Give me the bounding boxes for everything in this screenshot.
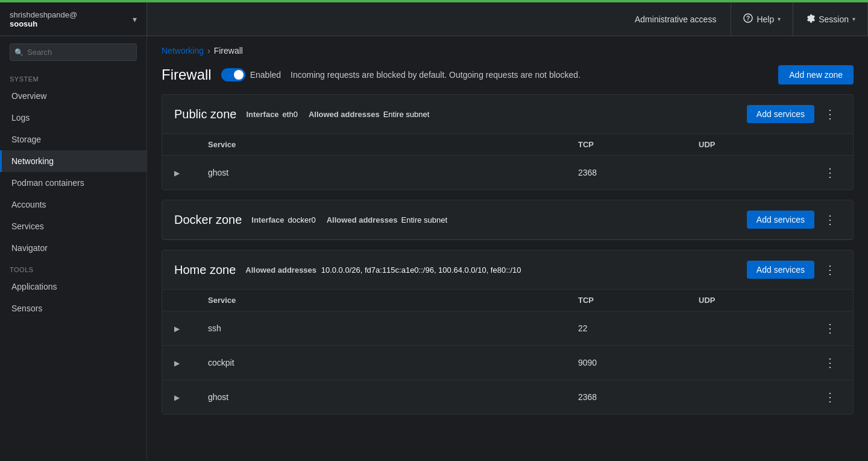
public-col-actions [807,134,853,156]
sidebar-item-networking[interactable]: Networking [0,150,146,172]
public-zone-actions: Add services ⋮ [747,104,841,124]
sidebar-item-applications[interactable]: Applications [0,276,146,297]
sidebar-item-sensors[interactable]: Sensors [0,297,146,319]
home-table-header-row: Service TCP UDP [162,290,853,311]
docker-interface-label: Interface [251,215,284,224]
sidebar-item-overview[interactable]: Overview [0,85,146,107]
admin-access-label: Administrative access [620,2,731,36]
home-zone-title: Home zone [174,263,236,277]
sidebar: 🔍 System Overview Logs Storage Networkin… [0,36,147,461]
home-more-button[interactable]: ⋮ [819,260,841,279]
help-label: Help [756,14,774,24]
home-col-tcp: TCP [566,290,687,311]
system-section-label: System [0,68,146,85]
search-input[interactable] [10,43,137,61]
public-zone-table: Service TCP UDP ▶ ghost 2368 ⋮ [162,134,853,189]
public-col-expand [162,134,196,156]
public-zone-header: Public zone Interface eth0 Allowed addre… [162,95,853,134]
main-content: Networking › Firewall Firewall Enabled I… [147,36,868,461]
topbar: shrishdeshpande@ soosuh ▾ Administrative… [0,2,868,36]
home-ghost-service: ghost [196,380,566,415]
home-ssh-udp [687,311,807,346]
public-ghost-expand-icon[interactable]: ▶ [174,169,184,177]
docker-allowed-value: Entire subnet [401,215,448,224]
sidebar-item-storage[interactable]: Storage [0,129,146,150]
search-container: 🔍 [0,36,146,68]
home-add-services-button[interactable]: Add services [747,261,814,279]
public-table-header-row: Service TCP UDP [162,134,853,156]
docker-zone-actions: Add services ⋮ [747,210,841,229]
public-zone-card: Public zone Interface eth0 Allowed addre… [162,94,854,190]
public-ghost-more-button[interactable]: ⋮ [819,163,841,182]
home-cockpit-expand-icon[interactable]: ▶ [174,359,184,367]
username: shrishdeshpande@ [10,10,77,19]
hostname: soosuh [10,19,77,28]
firewall-toggle[interactable] [221,68,245,81]
docker-zone-header: Docker zone Interface docker0 Allowed ad… [162,200,853,240]
public-col-tcp: TCP [566,134,687,156]
breadcrumb-separator: › [207,46,210,56]
docker-zone-card: Docker zone Interface docker0 Allowed ad… [162,200,854,240]
help-chevron-icon: ▾ [778,16,781,22]
firewall-description: Incoming requests are blocked by default… [291,70,769,80]
public-more-button[interactable]: ⋮ [819,104,841,124]
docker-zone-title: Docker zone [174,213,242,227]
public-col-service: Service [196,134,566,156]
public-add-services-button[interactable]: Add services [747,105,814,123]
zones-container: Public zone Interface eth0 Allowed addre… [147,94,868,439]
tools-section-label: Tools [0,259,146,276]
home-ghost-expand-icon[interactable]: ▶ [174,393,184,402]
layout: 🔍 System Overview Logs Storage Networkin… [0,36,868,461]
session-chevron-icon: ▾ [852,16,855,22]
home-allowed-value: 10.0.0.0/26, fd7a:115c:a1e0::/96, 100.64… [321,265,521,275]
sidebar-item-navigator[interactable]: Navigator [0,237,146,259]
home-ssh-more-button[interactable]: ⋮ [819,319,841,338]
home-col-actions [807,290,853,311]
search-wrap: 🔍 [10,43,137,61]
sidebar-item-accounts[interactable]: Accounts [0,194,146,215]
home-cockpit-udp [687,346,807,380]
search-icon: 🔍 [14,48,24,57]
help-button[interactable]: ? Help ▾ [731,2,793,36]
home-cockpit-service: cockpit [196,346,566,380]
user-chevron-icon: ▾ [133,14,137,24]
home-ssh-expand-icon[interactable]: ▶ [174,325,184,333]
page-title: Firewall [162,66,212,83]
docker-more-button[interactable]: ⋮ [819,210,841,229]
docker-interface-value: docker0 [288,215,315,224]
toggle-slider [221,68,245,81]
sidebar-item-services[interactable]: Services [0,215,146,237]
firewall-toggle-wrap: Enabled [221,68,281,81]
home-ssh-service: ssh [196,311,566,346]
home-row-cockpit: ▶ cockpit 9090 ⋮ [162,346,853,380]
home-cockpit-tcp: 9090 [566,346,687,380]
breadcrumb: Networking › Firewall [147,36,868,60]
public-row-ghost: ▶ ghost 2368 ⋮ [162,156,853,190]
home-zone-card: Home zone Allowed addresses 10.0.0.0/26,… [162,250,854,415]
firewall-status: Enabled [250,70,281,80]
docker-add-services-button[interactable]: Add services [747,211,814,229]
docker-allowed-label: Allowed addresses [327,215,398,224]
public-interface-value: eth0 [283,110,298,119]
public-ghost-udp [687,156,807,190]
public-ghost-tcp: 2368 [566,156,687,190]
session-label: Session [819,14,849,24]
add-zone-button[interactable]: Add new zone [778,65,854,84]
home-zone-actions: Add services ⋮ [747,260,841,279]
home-ssh-tcp: 22 [566,311,687,346]
sidebar-item-logs[interactable]: Logs [0,107,146,129]
home-cockpit-more-button[interactable]: ⋮ [819,353,841,372]
public-allowed-label: Allowed addresses [309,110,380,119]
breadcrumb-parent[interactable]: Networking [162,46,204,56]
home-zone-meta: Allowed addresses 10.0.0.0/26, fd7a:115c… [245,265,737,275]
breadcrumb-current: Firewall [214,46,243,56]
session-button[interactable]: Session ▾ [793,2,868,36]
home-row-ssh: ▶ ssh 22 ⋮ [162,311,853,346]
user-menu[interactable]: shrishdeshpande@ soosuh ▾ [0,2,147,36]
home-ghost-udp [687,380,807,415]
home-zone-table: Service TCP UDP ▶ ssh 22 ⋮ [162,290,853,414]
public-interface-label: Interface [246,110,278,119]
sidebar-item-podman[interactable]: Podman containers [0,172,146,194]
home-ghost-more-button[interactable]: ⋮ [819,387,841,407]
help-circle-icon: ? [743,13,753,25]
